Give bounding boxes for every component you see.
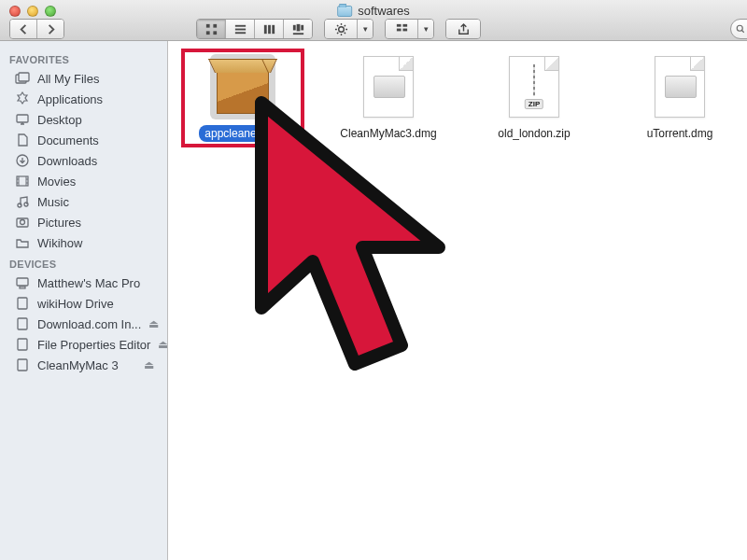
svg-rect-30	[20, 287, 25, 288]
sidebar-item-label: Matthew's Mac Pro	[37, 276, 140, 290]
list-view-button[interactable]	[226, 20, 255, 38]
forward-button[interactable]	[37, 20, 63, 38]
eject-icon[interactable]: ⏏	[148, 317, 162, 330]
favorites-header: FAVORITES	[0, 49, 167, 68]
sidebar-item-label: Pictures	[37, 216, 81, 230]
movies-icon	[15, 174, 30, 189]
svg-rect-18	[402, 28, 407, 31]
sidebar-device-wikihow-drive[interactable]: wikiHow Drive	[0, 293, 167, 314]
downloads-icon	[15, 153, 30, 168]
eject-icon[interactable]: ⏏	[158, 338, 168, 351]
content-area[interactable]: appcleaner.pkg CleanMyMac3.dmg ZIP	[168, 41, 747, 560]
svg-rect-4	[234, 24, 245, 26]
desktop-icon	[15, 112, 30, 127]
dmg-icon	[356, 54, 421, 119]
minimize-window-button[interactable]	[27, 6, 38, 17]
search-icon	[735, 23, 746, 35]
disk-icon	[15, 357, 30, 372]
zip-icon: ZIP	[501, 54, 567, 119]
svg-rect-0	[205, 23, 209, 27]
sidebar-item-label: Desktop	[37, 113, 82, 127]
sidebar-item-label: Documents	[37, 133, 99, 147]
sidebar-device-download-com[interactable]: Download.com In... ⏏	[0, 314, 167, 334]
file-item[interactable]: ZIP old_london.zip	[478, 54, 590, 142]
sidebar-item-label: Music	[37, 195, 69, 209]
svg-point-25	[18, 203, 21, 207]
sidebar-item-downloads[interactable]: Downloads	[0, 150, 167, 171]
svg-rect-12	[301, 24, 303, 30]
column-view-button[interactable]	[255, 20, 284, 38]
file-item[interactable]: CleanMyMac3.dmg	[332, 54, 444, 142]
sidebar-device-cleanmymac[interactable]: CleanMyMac 3 ⏏	[0, 355, 167, 375]
folder-name: softwares	[358, 4, 410, 18]
nav-buttons	[9, 19, 64, 39]
share-button-wrap	[445, 19, 481, 39]
svg-rect-34	[18, 359, 27, 371]
zip-badge: ZIP	[525, 99, 543, 109]
sidebar-item-applications[interactable]: Applications	[0, 89, 167, 109]
window-controls	[9, 6, 56, 17]
sidebar-device-file-properties[interactable]: File Properties Editor ⏏	[0, 334, 167, 355]
sidebar-item-desktop[interactable]: Desktop	[0, 109, 167, 130]
close-window-button[interactable]	[9, 6, 21, 17]
list-icon	[233, 22, 247, 36]
sidebar-item-all-my-files[interactable]: All My Files	[0, 68, 167, 89]
view-mode-segmented	[196, 19, 313, 39]
action-button[interactable]	[325, 20, 357, 38]
pictures-icon	[15, 215, 30, 230]
computer-icon	[15, 275, 30, 290]
sidebar-item-music[interactable]: Music	[0, 191, 167, 212]
sidebar-item-movies[interactable]: Movies	[0, 171, 167, 191]
zoom-window-button[interactable]	[45, 6, 56, 17]
svg-rect-11	[296, 23, 300, 31]
sidebar-item-label: wikiHow Drive	[37, 297, 114, 311]
sidebar-item-pictures[interactable]: Pictures	[0, 212, 167, 232]
search-wrap	[730, 19, 747, 39]
share-icon	[457, 22, 471, 36]
devices-header: DEVICES	[0, 253, 167, 273]
eject-icon[interactable]: ⏏	[144, 358, 158, 371]
gear-icon	[334, 22, 348, 36]
svg-rect-31	[18, 298, 27, 309]
svg-rect-5	[234, 28, 245, 30]
arrange-menu-chevron[interactable]: ▾	[417, 20, 433, 38]
chevron-left-icon	[17, 22, 31, 36]
svg-rect-8	[268, 24, 271, 33]
sidebar-item-documents[interactable]: Documents	[0, 130, 167, 150]
file-label: old_london.zip	[492, 125, 575, 142]
action-menu[interactable]: ▾	[324, 19, 374, 39]
coverflow-icon	[291, 22, 305, 36]
svg-rect-6	[234, 32, 245, 34]
disk-icon	[15, 316, 30, 331]
back-button[interactable]	[10, 20, 37, 38]
sidebar-item-wikihow[interactable]: Wikihow	[0, 232, 167, 253]
svg-point-19	[737, 25, 742, 31]
sidebar-device-mac-pro[interactable]: Matthew's Mac Pro	[0, 273, 167, 293]
grid-icon	[204, 22, 218, 36]
all-files-icon	[15, 71, 30, 86]
svg-rect-15	[396, 23, 401, 26]
arrange-menu[interactable]: ▾	[385, 19, 434, 39]
coverflow-view-button[interactable]	[284, 20, 312, 38]
file-item[interactable]: appcleaner.pkg	[187, 54, 299, 142]
toolbar: ▾ ▾	[196, 19, 481, 39]
share-button[interactable]	[446, 20, 480, 38]
svg-rect-7	[263, 24, 266, 33]
icon-view-button[interactable]	[197, 20, 226, 38]
arrange-button[interactable]	[386, 20, 417, 38]
disk-icon	[15, 296, 30, 311]
file-label: appcleaner.pkg	[199, 125, 286, 142]
svg-rect-17	[396, 28, 401, 31]
svg-rect-33	[18, 339, 27, 350]
action-menu-chevron[interactable]: ▾	[357, 20, 373, 38]
search-field[interactable]	[730, 19, 747, 39]
svg-point-26	[24, 203, 28, 206]
finder-window: softwares ▾	[0, 0, 747, 560]
file-item[interactable]: uTorrent.dmg	[624, 54, 736, 142]
svg-rect-3	[213, 31, 217, 35]
svg-rect-21	[19, 73, 29, 81]
file-grid: appcleaner.pkg CleanMyMac3.dmg ZIP	[179, 52, 736, 142]
titlebar: softwares ▾	[0, 0, 747, 41]
music-icon	[15, 194, 30, 209]
arrange-icon	[395, 22, 409, 36]
